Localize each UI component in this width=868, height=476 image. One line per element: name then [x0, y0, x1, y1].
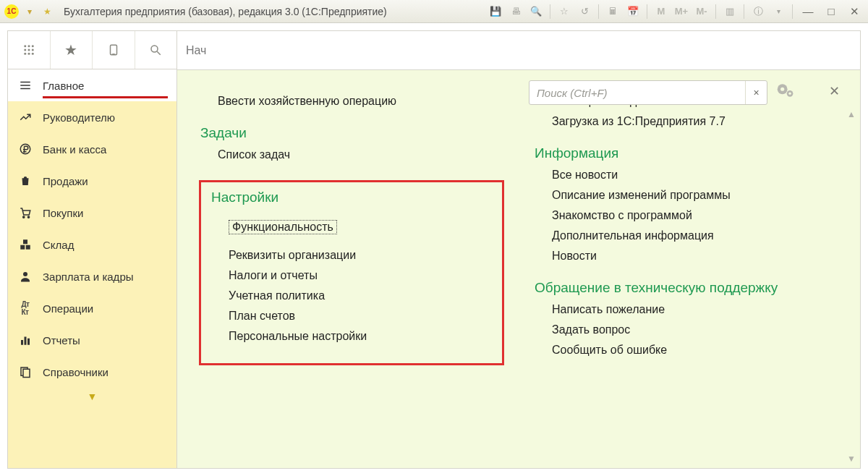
- link-task-list[interactable]: Список задач: [218, 148, 504, 161]
- mem-m-button[interactable]: M: [653, 4, 669, 20]
- preview-icon[interactable]: 🔍: [528, 4, 544, 20]
- boxes-icon: [18, 238, 33, 251]
- link-import-77[interactable]: Загрузка из 1С:Предприятия 7.7: [552, 115, 838, 128]
- sidebar-item-label: Отчеты: [43, 334, 80, 347]
- app-logo-icon: 1С: [4, 4, 19, 19]
- favorite-star-icon[interactable]: ☆: [556, 4, 572, 20]
- minimize-icon[interactable]: —: [799, 4, 817, 20]
- link-extra-info[interactable]: Дополнительная информация: [552, 229, 838, 242]
- dropdown-icon[interactable]: ▾: [23, 5, 36, 18]
- svg-rect-24: [27, 339, 30, 345]
- sidebar-item-reports[interactable]: Отчеты: [8, 324, 176, 356]
- sidebar-item-label: Продажи: [43, 175, 88, 187]
- sidebar-item-label: Справочники: [43, 366, 109, 378]
- svg-point-0: [24, 45, 26, 47]
- titlebar: 1С ▾ ★ Бухгалтерия предприятия (базовая)…: [0, 0, 868, 23]
- link-accounting-policy[interactable]: Учетная политика: [229, 289, 480, 302]
- link-question[interactable]: Задать вопрос: [552, 323, 838, 336]
- sidebar-item-salary[interactable]: Зарплата и кадры: [8, 260, 176, 292]
- sidebar-item-operations[interactable]: ДтКт Операции: [8, 292, 176, 324]
- search-clear-icon[interactable]: ×: [745, 81, 767, 104]
- help-dropdown-icon[interactable]: ▾: [770, 4, 786, 20]
- tab-label[interactable]: Нач: [186, 44, 206, 57]
- history-icon-tb[interactable]: ↺: [576, 4, 592, 20]
- section-support: Обращение в техническую поддержку: [535, 280, 838, 296]
- link-all-news[interactable]: Все новости: [552, 169, 838, 182]
- panel-layout-icon[interactable]: ▥: [722, 4, 738, 20]
- star-small-icon[interactable]: ★: [41, 5, 54, 18]
- mem-mplus-button[interactable]: M+: [673, 4, 689, 20]
- svg-rect-18: [20, 245, 25, 250]
- window-title: Бухгалтерия предприятия (базовая), редак…: [64, 6, 387, 17]
- link-functionality[interactable]: Функциональность: [229, 220, 337, 234]
- svg-rect-19: [26, 245, 30, 250]
- link-wish[interactable]: Написать пожелание: [552, 303, 838, 316]
- search-input[interactable]: [529, 87, 745, 99]
- section-settings: Настройки: [211, 190, 480, 205]
- svg-rect-22: [21, 340, 23, 345]
- mem-mminus-button[interactable]: M-: [694, 4, 710, 20]
- svg-rect-9: [110, 45, 116, 55]
- panel-close-icon[interactable]: ✕: [829, 83, 840, 99]
- sidebar-item-warehouse[interactable]: Склад: [8, 229, 176, 260]
- nav-list: Главное Руководителю Банк и касса Продаж…: [7, 69, 177, 469]
- content-column-left: Ввести хозяйственную операцию Задачи Спи…: [199, 70, 504, 461]
- bag-icon: [18, 174, 33, 187]
- sidebar: ★ Главное Руководителю: [7, 30, 177, 469]
- sidebar-item-directories[interactable]: Справочники: [8, 356, 176, 388]
- apps-grid-icon[interactable]: [8, 31, 51, 69]
- svg-rect-20: [23, 239, 27, 244]
- scroll-up-icon[interactable]: ▲: [847, 109, 856, 119]
- svg-point-16: [23, 216, 25, 218]
- save-icon[interactable]: 💾: [488, 4, 503, 20]
- calendar-icon[interactable]: 📅: [625, 4, 641, 20]
- scroll-down-icon[interactable]: ▼: [847, 454, 856, 464]
- svg-point-3: [24, 49, 26, 51]
- print-icon[interactable]: 🖶: [508, 4, 524, 20]
- sidebar-item-label: Банк и касса: [43, 143, 106, 156]
- sidebar-item-label: Склад: [43, 239, 74, 251]
- svg-point-5: [32, 49, 34, 51]
- maximize-icon[interactable]: □: [822, 4, 841, 20]
- sidebar-item-sales[interactable]: Продажи: [8, 165, 176, 197]
- svg-point-1: [27, 45, 30, 47]
- sidebar-toolbar: ★: [7, 30, 177, 69]
- link-taxes-reports[interactable]: Налоги и отчеты: [229, 269, 480, 282]
- folders-icon: [18, 365, 33, 378]
- link-intro[interactable]: Знакомство с программой: [552, 209, 838, 222]
- person-icon: [18, 270, 33, 283]
- svg-rect-26: [23, 369, 30, 377]
- star-icon[interactable]: ★: [51, 31, 93, 69]
- close-window-icon[interactable]: ✕: [845, 4, 864, 20]
- link-chart-accounts[interactable]: План счетов: [229, 310, 480, 323]
- info-icon[interactable]: ⓘ: [750, 4, 766, 20]
- settings-highlight-frame: Настройки Функциональность Реквизиты орг…: [199, 180, 504, 365]
- svg-point-2: [32, 45, 34, 47]
- sidebar-item-purchase[interactable]: Покупки: [8, 197, 176, 229]
- sidebar-item-main[interactable]: Главное: [8, 69, 176, 101]
- link-org-requisites[interactable]: Реквизиты организации: [229, 249, 480, 262]
- svg-rect-23: [25, 337, 27, 345]
- svg-point-6: [24, 53, 26, 55]
- calculator-icon[interactable]: 🖩: [605, 4, 621, 20]
- link-personal-settings[interactable]: Персональные настройки: [229, 330, 480, 343]
- svg-point-30: [788, 93, 791, 95]
- search-box: ×: [529, 80, 767, 105]
- sidebar-item-bank[interactable]: Банк и касса: [8, 133, 176, 165]
- link-enter-operation[interactable]: Ввести хозяйственную операцию: [218, 95, 504, 108]
- sidebar-item-manager[interactable]: Руководителю: [8, 101, 176, 133]
- bars-icon: [18, 333, 33, 347]
- search-icon[interactable]: [135, 31, 177, 69]
- svg-point-7: [27, 53, 30, 55]
- history-icon[interactable]: [93, 31, 135, 69]
- gear-icon[interactable]: [776, 82, 795, 103]
- sidebar-item-label: Зарплата и кадры: [43, 271, 134, 283]
- sidebar-expand-icon[interactable]: ▼: [8, 388, 176, 405]
- link-bug[interactable]: Сообщить об ошибке: [552, 344, 838, 357]
- svg-point-21: [23, 272, 27, 276]
- link-changes[interactable]: Описание изменений программы: [552, 189, 838, 202]
- svg-point-4: [27, 49, 30, 51]
- content-body: × ✕ ▲ ▼ Ввести хозяйственную операцию За…: [177, 70, 860, 468]
- section-info: Информация: [535, 145, 838, 161]
- link-news[interactable]: Новости: [552, 250, 838, 263]
